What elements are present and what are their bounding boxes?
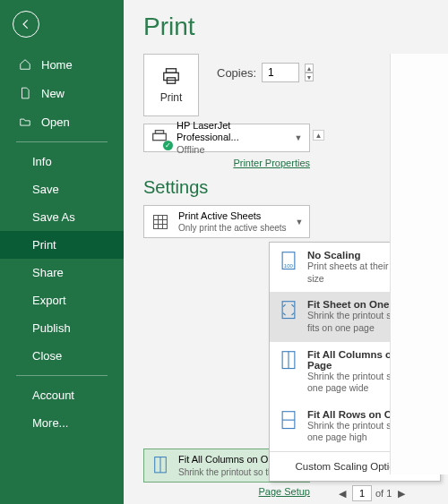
fit-page-icon: [277, 299, 300, 322]
sidebar-item-info[interactable]: Info: [0, 148, 124, 175]
checkmark-icon: ✓: [163, 141, 173, 150]
main-panel: Print Print Copies: ▲ ▼ ✓ HP LaserJet Pr…: [124, 0, 448, 504]
sidebar-label: New: [41, 87, 65, 100]
sheet-icon: [150, 211, 171, 233]
printer-icon: [159, 66, 183, 86]
next-page-button[interactable]: ▶: [395, 487, 408, 500]
dropdown-sub: Only print the active sheets: [178, 222, 295, 234]
dropdown-title: Print Active Sheets: [178, 209, 295, 222]
copies-label: Copies:: [217, 66, 256, 80]
new-icon: [18, 86, 32, 100]
page-100-icon: 100: [277, 250, 300, 273]
sidebar-item-account[interactable]: Account: [0, 381, 124, 409]
svg-text:100: 100: [284, 263, 294, 269]
printer-properties-link[interactable]: Printer Properties: [233, 158, 310, 168]
copies-up[interactable]: ▲: [305, 64, 314, 73]
back-button[interactable]: [13, 11, 39, 38]
sidebar-item-export[interactable]: Export: [0, 286, 124, 314]
page-setup-link[interactable]: Page Setup: [259, 486, 311, 497]
copies-input[interactable]: [262, 63, 299, 82]
sidebar-item-share[interactable]: Share: [0, 259, 124, 286]
page-title: Print: [143, 13, 448, 41]
svg-rect-1: [164, 73, 179, 80]
sidebar-item-open[interactable]: Open: [0, 107, 124, 136]
sidebar: Home New Open Info Save Save As Print Sh…: [0, 0, 124, 504]
sidebar-item-new[interactable]: New: [0, 79, 124, 107]
printer-status: Offline: [177, 144, 293, 156]
sidebar-item-publish[interactable]: Publish: [0, 314, 124, 342]
sidebar-item-saveas[interactable]: Save As: [0, 203, 124, 231]
svg-rect-8: [282, 302, 295, 319]
page-input[interactable]: [352, 485, 372, 501]
copies-down[interactable]: ▼: [305, 73, 314, 81]
open-icon: [18, 115, 32, 129]
printer-selector[interactable]: ✓ HP LaserJet Professional... Offline ▼: [143, 124, 310, 152]
svg-rect-5: [154, 215, 168, 228]
divider: [16, 141, 108, 142]
sidebar-label: Home: [41, 58, 73, 72]
sidebar-item-home[interactable]: Home: [0, 50, 124, 79]
divider: [16, 375, 108, 376]
print-area-dropdown[interactable]: Print Active Sheets Only print the activ…: [143, 205, 310, 238]
sidebar-item-save[interactable]: Save: [0, 175, 124, 203]
chevron-down-icon: ▼: [293, 133, 304, 142]
svg-rect-3: [153, 133, 167, 140]
sidebar-item-close[interactable]: Close: [0, 342, 124, 370]
sidebar-item-print[interactable]: Print: [0, 231, 124, 259]
fit-rows-icon: [277, 409, 300, 432]
print-button[interactable]: Print: [143, 54, 199, 116]
fit-columns-icon: [277, 349, 300, 372]
print-preview: [390, 54, 448, 474]
sidebar-label: Open: [41, 115, 70, 129]
home-icon: [18, 57, 32, 72]
fit-columns-icon: [150, 455, 171, 476]
page-total: of 1: [375, 488, 392, 499]
svg-rect-4: [155, 131, 163, 134]
page-navigator: ◀ of 1 ▶: [336, 483, 448, 504]
chevron-down-icon: ▼: [295, 218, 304, 226]
scroll-up-button[interactable]: ▲: [313, 130, 324, 141]
print-button-label: Print: [160, 91, 183, 104]
prev-page-button[interactable]: ◀: [336, 487, 349, 500]
printer-icon: ✓: [150, 127, 171, 149]
printer-name: HP LaserJet Professional...: [177, 120, 293, 143]
sidebar-item-more[interactable]: More...: [0, 409, 124, 437]
